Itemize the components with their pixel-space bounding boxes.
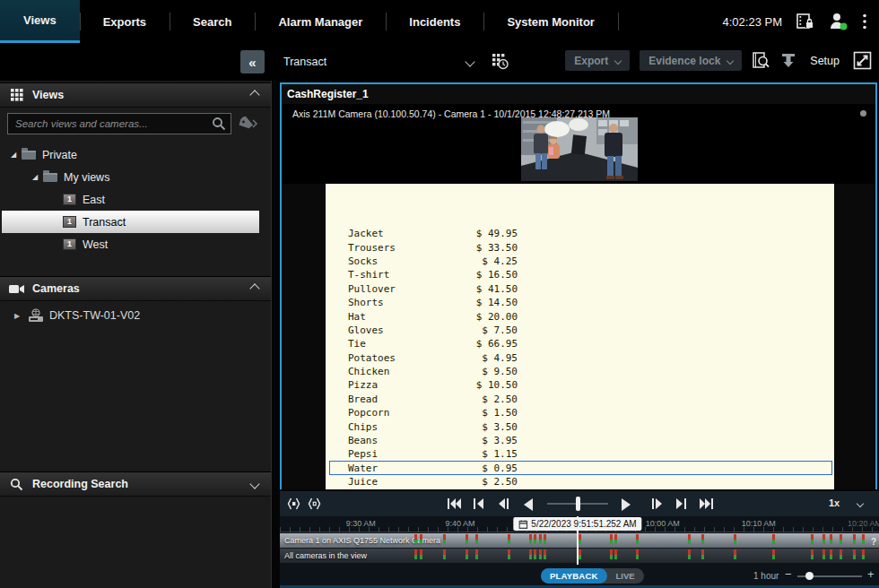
search-icon[interactable] [212, 117, 226, 131]
tab-views[interactable]: Views [0, 0, 80, 43]
expand-fullscreen-icon[interactable] [853, 51, 872, 70]
receipt-item-name: Trousers [348, 242, 464, 254]
cameras-panel-header[interactable]: Cameras [0, 276, 271, 301]
receipt-item-price: $ 14.50 [464, 297, 518, 308]
receipt-row[interactable]: Tie$ 66.95 [326, 337, 834, 350]
tab-label: System Monitor [507, 15, 595, 29]
previous-sequence-button[interactable] [472, 497, 485, 510]
motion-marker [636, 549, 639, 561]
current-timestamp-box[interactable]: 5/22/2023 9:51:51.252 AM [513, 517, 641, 531]
receipt-row[interactable]: Shorts$ 14.50 [326, 296, 834, 309]
receipt-row[interactable]: Gloves$ 7.50 [326, 324, 834, 337]
tree-expand-arrow-icon[interactable]: ◢ [11, 151, 22, 159]
live-mode-button[interactable]: LIVE [607, 571, 644, 581]
tree-item-transact[interactable]: 1Transact [0, 211, 271, 233]
receipt-row[interactable]: Juice$ 2.50 [326, 475, 834, 489]
setup-button[interactable]: Setup [806, 55, 843, 67]
motion-marker [614, 549, 617, 561]
tree-expand-arrow-icon[interactable]: ◢ [32, 173, 43, 181]
receipt-row[interactable]: Jacket$ 49.95 [326, 227, 834, 240]
previous-frame-button[interactable] [497, 497, 510, 510]
export-button[interactable]: Export [565, 50, 630, 71]
chevron-down-icon[interactable] [857, 500, 864, 507]
playback-speed-value[interactable]: 1x [829, 497, 840, 508]
set-start-time-icon[interactable] [287, 497, 300, 510]
last-sequence-button[interactable] [699, 497, 714, 510]
chevron-down-icon[interactable] [465, 56, 474, 66]
receipt-row[interactable]: Beans$ 3.95 [326, 434, 834, 447]
view-layout-clock-icon[interactable] [492, 53, 509, 70]
search-input[interactable] [7, 113, 231, 134]
next-frame-button[interactable] [650, 497, 664, 510]
views-panel-header[interactable]: Views [0, 82, 271, 108]
play-forward-button[interactable] [620, 497, 632, 512]
receipt-item-price: $ 4.95 [464, 352, 518, 364]
receipt-row[interactable]: Hat$ 20.00 [326, 309, 834, 323]
receipt-row[interactable]: Chicken$ 9.50 [326, 365, 834, 378]
user-profile-icon[interactable] [829, 13, 849, 30]
transaction-receipt[interactable]: Jacket$ 49.95Trousers$ 33.50Socks$ 4.25T… [326, 184, 834, 489]
tag-filter-icon[interactable] [239, 117, 258, 131]
funnel-icon[interactable] [780, 52, 796, 69]
evidence-lock-button[interactable]: Evidence lock [640, 50, 742, 71]
evidence-lock-icon[interactable] [796, 13, 814, 30]
chevron-down-icon[interactable] [249, 479, 259, 489]
video-thumbnail[interactable] [521, 117, 638, 181]
receipt-row[interactable]: Pizza$ 10.50 [326, 378, 834, 392]
camera-view-item[interactable]: CashRegister_1 Axis 211M Camera (10.100.… [280, 82, 877, 489]
receipt-item-name: Chips [348, 421, 464, 433]
receipt-item-name: Gloves [348, 324, 464, 336]
motion-marker [688, 549, 691, 561]
playback-mode-button[interactable]: PLAYBACK [541, 568, 607, 584]
tree-item-private[interactable]: ◢Private [0, 143, 271, 166]
tab-system-monitor[interactable]: System Monitor [483, 0, 618, 43]
receipt-row[interactable]: Pullover$ 41.50 [326, 282, 834, 296]
receipt-row[interactable]: Bread$ 2.50 [326, 393, 834, 406]
first-sequence-button[interactable] [447, 497, 462, 510]
timeline[interactable]: 9:30 AM9:40 AM10:00 AM10:10 AM10:20 AM C… [280, 516, 879, 565]
receipt-row[interactable]: Socks$ 4.25 [326, 255, 834, 268]
receipt-row[interactable]: Pepsi$ 1.15 [326, 447, 834, 461]
camera-tree-item[interactable]: ▶ DKTS-TW-01-V02 [0, 307, 271, 324]
motion-marker [840, 534, 842, 546]
next-sequence-button[interactable] [674, 497, 688, 510]
timeline-question-mark[interactable]: ? [871, 537, 876, 547]
set-end-time-icon[interactable] [308, 497, 321, 510]
tab-search[interactable]: Search [170, 0, 255, 43]
smart-search-icon[interactable] [752, 51, 770, 70]
kebab-menu-icon[interactable] [863, 13, 866, 30]
collapse-panel-button[interactable]: « [240, 50, 265, 74]
recording-search-panel-header[interactable]: Recording Search [0, 471, 271, 497]
tree-item-east[interactable]: 1East [0, 188, 271, 211]
export-button-label: Export [574, 55, 608, 67]
receipt-row[interactable]: Trousers$ 33.50 [326, 240, 834, 254]
timeline-zoom-out-button[interactable]: − [785, 567, 792, 581]
timeline-zoom-slider-handle[interactable] [805, 572, 814, 580]
playback-speed-slider-handle[interactable] [576, 497, 580, 511]
chevron-up-icon[interactable] [249, 283, 259, 293]
tab-alarm-manager[interactable]: Alarm Manager [255, 0, 386, 43]
receipt-row[interactable]: Popcorn$ 1.50 [326, 406, 834, 419]
receipt-row[interactable]: Chips$ 3.50 [326, 419, 834, 433]
view-item-title-bar: CashRegister_1 [282, 84, 875, 104]
chevron-up-icon[interactable] [249, 90, 259, 99]
timeline-track-camera[interactable]: Camera 1 on AXIS Q1755 Network Camera [280, 533, 879, 548]
motion-marker [544, 534, 546, 546]
sidebar-divider [271, 81, 272, 588]
view-selector[interactable]: Transact [283, 43, 326, 81]
play-backward-button[interactable] [522, 497, 535, 512]
views-grid-icon [9, 89, 24, 101]
tab-incidents[interactable]: Incidents [386, 0, 483, 43]
tree-item-my-views[interactable]: ◢My views [0, 166, 271, 188]
receipt-row[interactable]: Potatoes$ 4.95 [326, 351, 834, 365]
timeline-zoom-in-button[interactable]: + [867, 567, 875, 581]
receipt-item-price: $ 7.50 [464, 324, 518, 336]
receipt-row[interactable]: T-shirt$ 16.50 [326, 268, 834, 281]
camera-strip[interactable]: Axis 211M Camera (10.100.50.74) - Camera… [282, 104, 875, 184]
receipt-item-name: Socks [348, 255, 464, 267]
tab-exports[interactable]: Exports [80, 0, 170, 43]
timeline-track-all-cameras[interactable]: All cameras in the view [280, 549, 879, 563]
receipt-row[interactable]: Water$ 0.95 [326, 462, 834, 475]
expand-arrow-icon[interactable]: ▶ [14, 312, 27, 320]
tree-item-west[interactable]: 1West [0, 233, 271, 255]
